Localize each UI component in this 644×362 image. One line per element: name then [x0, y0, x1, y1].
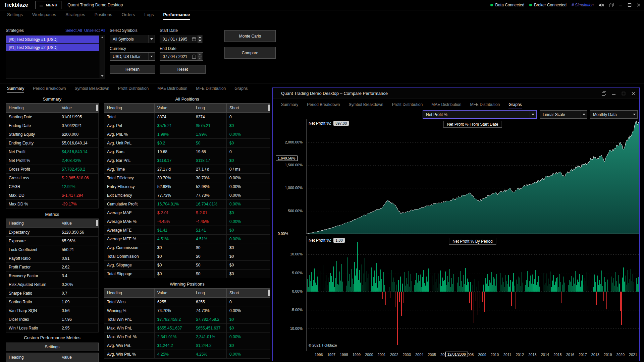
col-header-heading: Heading: [6, 353, 59, 362]
tab[interactable]: Strategies: [65, 12, 85, 20]
net-profit-by-period-chart[interactable]: 10.00%5.00%0.00%-5.00%-10.00% 1996199719…: [273, 236, 639, 359]
tab[interactable]: Positions: [95, 12, 112, 20]
scroll-up-icon[interactable]: [101, 37, 104, 38]
strategy-list-item[interactable]: [#0] Test Strategy #1 [USD]: [6, 36, 99, 43]
strategy-list-item[interactable]: [#1] Test Strategy #2 [USD]: [6, 44, 99, 51]
row-value: -4.45%: [155, 217, 193, 226]
tab[interactable]: MAE Distribution: [157, 86, 187, 93]
tab[interactable]: Symbol Breakdown: [348, 102, 383, 109]
table-scrollbar-thumb[interactable]: [96, 220, 98, 226]
reset-button[interactable]: Reset: [160, 65, 206, 74]
table-row: Average MFE $1.41 $1.41 $0: [104, 226, 270, 235]
table-row: Max DD % -39.17%: [6, 200, 99, 208]
maximize-button[interactable]: [622, 92, 626, 96]
settings-button[interactable]: Settings: [6, 343, 99, 351]
tab[interactable]: MFE Distribution: [470, 102, 500, 109]
popout-icon[interactable]: [609, 3, 613, 7]
row-label: Total Commission: [104, 252, 155, 261]
row-long-value: 4.51%: [193, 235, 227, 243]
row-long-value: $0: [193, 139, 227, 147]
row-short-value: $0: [227, 226, 270, 235]
symbols-dropdown[interactable]: All Symbols: [110, 35, 155, 43]
tab-label: Performance: [163, 12, 190, 17]
tab[interactable]: MFE Distribution: [196, 86, 226, 93]
row-label: Avg. Win PnL %: [104, 350, 155, 359]
calendar-icon[interactable]: [192, 54, 196, 59]
row-value: $1.41: [155, 226, 193, 235]
area-chart-canvas[interactable]: [306, 119, 639, 234]
start-date-field[interactable]: 01 / 01 / 1995: [160, 35, 203, 43]
cursor-value-badge: 897.00: [333, 121, 349, 126]
date-spinner[interactable]: [198, 36, 202, 43]
menu-button[interactable]: MENU: [36, 1, 61, 9]
monte-carlo-button[interactable]: Monte Carlo: [224, 30, 276, 42]
maximize-button[interactable]: [628, 3, 632, 7]
tab[interactable]: Settings: [7, 12, 23, 20]
volume-icon[interactable]: [599, 3, 604, 7]
scroll-down-icon[interactable]: [101, 75, 104, 77]
scale-value: Linear Scale: [543, 112, 565, 117]
metrics-section-title: Metrics: [6, 212, 99, 217]
tab[interactable]: Summary: [281, 102, 298, 109]
bar-chart-canvas[interactable]: 1996199719981999200020012002200320042005…: [306, 236, 639, 359]
tab[interactable]: Orders: [122, 12, 135, 20]
scale-dropdown[interactable]: Linear Scale: [540, 110, 587, 119]
svg-text:2012: 2012: [516, 353, 524, 357]
table-scrollbar-thumb[interactable]: [96, 105, 98, 111]
row-label: Entry Efficiency: [104, 182, 155, 191]
svg-text:2013: 2013: [528, 353, 536, 357]
table-row: Avg. Slippage $0 $0 $0: [104, 261, 270, 269]
svg-text:2019: 2019: [604, 353, 612, 357]
chevron-down-icon: [148, 35, 155, 43]
svg-text:2005: 2005: [428, 353, 436, 357]
refresh-button[interactable]: Refresh: [110, 65, 155, 74]
tab[interactable]: Symbol Breakdown: [74, 86, 109, 93]
tab[interactable]: MAE Distribution: [431, 102, 461, 109]
tab[interactable]: Period Breakdown: [33, 86, 66, 93]
row-short-value: 0.00%: [227, 333, 270, 341]
table-scrollbar-thumb[interactable]: [268, 290, 270, 296]
metric-dropdown[interactable]: Net Profit %: [423, 110, 536, 119]
tab-label: MAE Distribution: [157, 86, 187, 91]
table-scrollbar-thumb[interactable]: [268, 105, 270, 111]
connection-status: Broker Connected: [529, 3, 567, 7]
table-row: Total Commission $0 $0 $0: [104, 252, 270, 261]
tab[interactable]: Profit Distribution: [118, 86, 149, 93]
row-value: $200,000: [59, 130, 99, 139]
y-axis-tick-label: 10.00%: [290, 252, 303, 256]
period-dropdown[interactable]: Monthly Data: [590, 110, 638, 119]
tab[interactable]: Summary: [7, 86, 24, 93]
currency-dropdown[interactable]: USD, US Dollar: [110, 52, 155, 61]
minimize-button[interactable]: [619, 3, 623, 7]
tab[interactable]: Workspaces: [32, 12, 56, 20]
close-button[interactable]: [631, 92, 635, 96]
table-row: Profit Factor 2.62: [6, 263, 99, 272]
compare-button[interactable]: Compare: [224, 47, 276, 59]
popout-icon[interactable]: [602, 92, 606, 96]
col-header-heading: Heading: [104, 104, 155, 113]
date-spinner[interactable]: [198, 53, 202, 60]
unselect-all-link[interactable]: Unselect All: [84, 28, 105, 33]
table-row: Net Profit $4,816,840.14: [6, 147, 99, 156]
strategies-listbox[interactable]: [#0] Test Strategy #1 [USD] [#1] Test St…: [6, 35, 105, 78]
net-profit-from-start-chart[interactable]: 500.00%1,000.00%1,500.00%2,000.00% Net P…: [273, 119, 639, 234]
listbox-scrollbar[interactable]: [100, 35, 105, 78]
summary-section-title: Summary: [6, 97, 99, 102]
end-date-field[interactable]: 07 / 04 / 2021: [160, 52, 203, 61]
row-long-value: -4.45%: [193, 217, 227, 226]
series-label: Net Profit %:: [309, 238, 331, 243]
tab[interactable]: Logs: [144, 12, 154, 20]
svg-text:2015: 2015: [553, 353, 561, 357]
tab[interactable]: Performance: [163, 12, 190, 20]
row-label: Max DD %: [6, 200, 59, 208]
close-button[interactable]: [637, 3, 641, 7]
tab[interactable]: Period Breakdown: [307, 102, 340, 109]
select-all-link[interactable]: Select All: [65, 28, 82, 33]
compare-window-titlebar[interactable]: Quant Trading Demo Desktop – Compare Per…: [273, 88, 639, 99]
tab[interactable]: Profit Distribution: [392, 102, 423, 109]
tab[interactable]: Graphs: [234, 86, 248, 93]
row-long-value: 4.25%: [193, 350, 227, 359]
tab[interactable]: Graphs: [508, 102, 522, 109]
minimize-button[interactable]: [612, 92, 616, 96]
calendar-icon[interactable]: [192, 37, 196, 41]
